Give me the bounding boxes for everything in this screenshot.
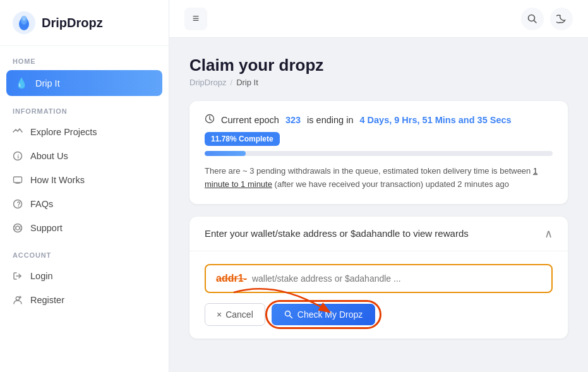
explore-icon: [13, 127, 23, 137]
cancel-button[interactable]: × Cancel: [205, 303, 265, 326]
action-buttons: × Cancel Check My Dropz: [205, 303, 553, 326]
information-section-label: INFORMATION: [0, 96, 169, 120]
cancel-label: Cancel: [225, 309, 253, 320]
collapse-chevron-icon[interactable]: ∧: [544, 227, 553, 241]
epoch-info-suffix: (after we have received your transaction…: [275, 179, 509, 189]
theme-toggle-button[interactable]: [550, 8, 573, 30]
svg-line-25: [210, 119, 212, 121]
sidebar-item-support[interactable]: Support: [0, 216, 169, 240]
rewards-header: Enter your wallet/stake address or $adah…: [189, 217, 568, 251]
logo-text: DripDropz: [42, 16, 103, 30]
breadcrumb-home[interactable]: DripDropz: [189, 78, 227, 87]
svg-text:i: i: [18, 153, 20, 160]
search-btn-icon: [284, 310, 293, 319]
epoch-countdown: 4 Days, 9 Hrs, 51 Mins and 35 Secs: [359, 115, 511, 125]
rewards-body: addr1- × Cancel: [189, 251, 568, 339]
sidebar-item-drip-it-label: Drip It: [35, 78, 60, 88]
rewards-card: Enter your wallet/stake address or $adah…: [189, 217, 568, 339]
epoch-text-mid: is ending in: [307, 115, 353, 125]
epoch-badge: 11.78% Complete: [205, 132, 280, 146]
svg-point-12: [16, 226, 20, 230]
sidebar-item-about-us-label: About Us: [30, 151, 68, 161]
register-icon: [13, 295, 23, 305]
sidebar-section-home: HOME 💧 Drip It: [0, 46, 169, 96]
wallet-address-input[interactable]: [252, 273, 541, 284]
home-section-label: HOME: [0, 46, 169, 70]
sidebar-item-explore-projects[interactable]: Explore Projects: [0, 120, 169, 144]
sidebar-item-about-us[interactable]: i About Us: [0, 144, 169, 168]
sidebar-item-faqs[interactable]: ? FAQs: [0, 192, 169, 216]
svg-line-27: [290, 316, 292, 318]
page-content-area: Claim your dropz DripDropz / Drip It Cur…: [169, 38, 588, 372]
sidebar-item-how-it-works[interactable]: How It Works: [0, 168, 169, 192]
sidebar-item-explore-projects-label: Explore Projects: [30, 127, 97, 137]
hamburger-icon: ≡: [193, 12, 200, 25]
drip-it-icon: 💧: [15, 77, 28, 89]
clock-icon: [205, 114, 215, 126]
sidebar-item-how-it-works-label: How It Works: [30, 175, 85, 185]
sidebar-section-account: ACCOUNT Login Register: [0, 240, 169, 312]
sidebar: DripDropz HOME 💧 Drip It INFORMATION Exp…: [0, 0, 169, 372]
about-icon: i: [13, 151, 23, 161]
epoch-card: Current epoch 323 is ending in 4 Days, 9…: [189, 101, 568, 204]
search-icon: [527, 14, 537, 24]
svg-point-3: [22, 16, 26, 21]
sidebar-item-support-label: Support: [30, 223, 63, 233]
breadcrumb-current: Drip It: [236, 78, 258, 87]
moon-icon: [556, 14, 567, 24]
check-btn-wrapper: Check My Dropz: [272, 304, 375, 325]
sidebar-item-faqs-label: FAQs: [30, 199, 53, 209]
wallet-input-container: addr1-: [205, 264, 553, 293]
sidebar-item-register-label: Register: [30, 295, 64, 305]
epoch-info: There are ~ 3 pending withdrawals in the…: [205, 165, 553, 191]
sidebar-item-register[interactable]: Register: [0, 288, 169, 312]
search-button[interactable]: [521, 8, 544, 30]
breadcrumb: DripDropz / Drip It: [189, 78, 568, 87]
check-my-dropz-label: Check My Dropz: [297, 309, 363, 320]
epoch-info-text: There are ~ 3 pending withdrawals in the…: [205, 166, 531, 176]
addr-label: addr1-: [216, 273, 247, 284]
how-it-works-icon: [13, 175, 23, 185]
sidebar-section-information: INFORMATION Explore Projects i About Us …: [0, 96, 169, 240]
progress-bar-fill: [205, 151, 246, 156]
login-icon: [13, 271, 23, 281]
top-bar-actions: [521, 8, 573, 30]
page-title: Claim your dropz: [189, 56, 568, 75]
main-content: ≡ Claim your dropz DripDropz / Drip It C…: [169, 0, 588, 372]
faqs-icon: ?: [13, 199, 23, 209]
sidebar-item-drip-it[interactable]: 💧 Drip It: [6, 70, 162, 96]
sidebar-item-login[interactable]: Login: [0, 264, 169, 288]
svg-text:?: ?: [17, 201, 21, 208]
top-bar: ≡: [169, 0, 588, 38]
progress-bar-container: [205, 151, 553, 156]
rewards-title: Enter your wallet/stake address or $adah…: [205, 228, 469, 239]
svg-line-22: [534, 20, 537, 23]
svg-rect-6: [14, 177, 22, 183]
epoch-number: 323: [285, 115, 301, 125]
account-section-label: ACCOUNT: [0, 240, 169, 264]
logo-icon: [13, 11, 35, 34]
epoch-header: Current epoch 323 is ending in 4 Days, 9…: [205, 114, 553, 126]
breadcrumb-separator: /: [231, 78, 233, 87]
support-icon: [13, 223, 23, 233]
logo-area: DripDropz: [0, 0, 169, 46]
sidebar-item-login-label: Login: [30, 271, 52, 281]
hamburger-button[interactable]: ≡: [184, 8, 207, 30]
cancel-icon: ×: [217, 309, 222, 320]
svg-point-11: [14, 224, 22, 232]
check-my-dropz-button[interactable]: Check My Dropz: [272, 304, 375, 325]
epoch-text-prefix: Current epoch: [221, 115, 279, 125]
svg-point-26: [285, 311, 290, 316]
